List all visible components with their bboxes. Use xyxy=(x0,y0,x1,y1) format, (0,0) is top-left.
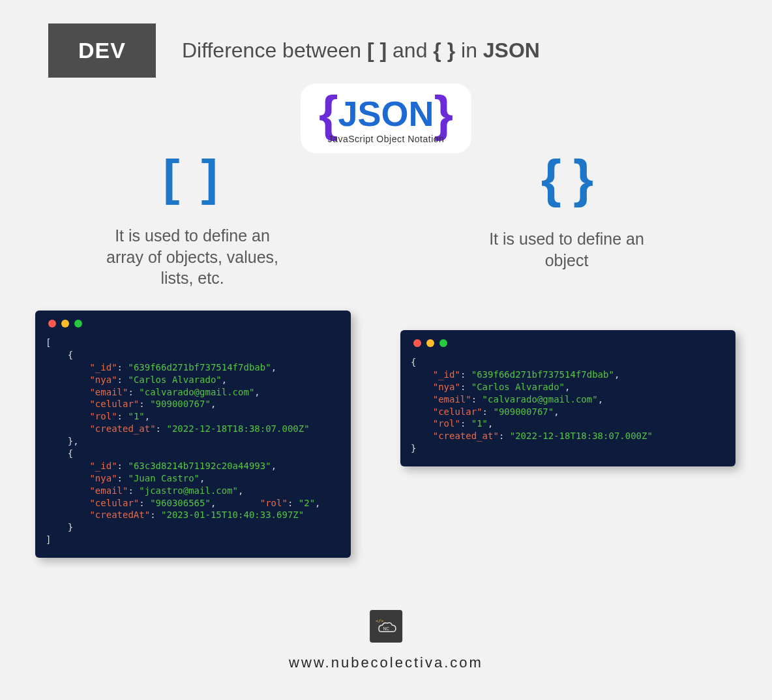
footer-url: www.nubecolectiva.com xyxy=(289,654,483,671)
svg-text:NC: NC xyxy=(383,626,389,631)
title-pre: Difference between xyxy=(182,38,367,62)
json-logo-subtitle: JavaScript Object Notation xyxy=(319,134,453,144)
column-brackets: [ ] It is used to define an array of obj… xyxy=(39,149,346,289)
close-dot-icon xyxy=(413,339,421,347)
maximize-dot-icon xyxy=(439,339,447,347)
code-array-content: [ { "_id": "639f66d271bf737514f7dbab", "… xyxy=(46,337,340,546)
window-dots xyxy=(411,339,725,347)
footer-logo-icon: </> NC xyxy=(370,610,402,643)
header: DEV Difference between [ ] and { } in JS… xyxy=(0,0,772,78)
title-json: JSON xyxy=(483,38,540,62)
close-dot-icon xyxy=(48,320,56,327)
svg-text:</>: </> xyxy=(376,618,383,624)
maximize-dot-icon xyxy=(74,320,82,327)
json-logo-brace-open: { xyxy=(319,94,338,134)
braces-description: It is used to define an object xyxy=(475,228,658,271)
code-example-object: { "_id": "639f66d271bf737514f7dbab", "ny… xyxy=(400,330,735,466)
minimize-dot-icon xyxy=(426,339,434,347)
footer: </> NC www.nubecolectiva.com xyxy=(289,610,483,671)
page-title: Difference between [ ] and { } in JSON xyxy=(182,38,540,63)
window-dots xyxy=(46,320,340,327)
title-braces: { } xyxy=(433,38,455,62)
columns: [ ] It is used to define an array of obj… xyxy=(0,149,772,289)
dev-badge: DEV xyxy=(48,23,156,78)
column-braces: { } It is used to define an object xyxy=(400,149,733,289)
brackets-symbol: [ ] xyxy=(163,149,222,205)
code-object-content: { "_id": "639f66d271bf737514f7dbab", "ny… xyxy=(411,356,725,455)
brackets-description: It is used to define an array of objects… xyxy=(101,225,284,289)
braces-symbol: { } xyxy=(541,149,593,209)
title-in: in xyxy=(455,38,483,62)
json-logo: { JSON } JavaScript Object Notation xyxy=(304,87,468,149)
json-logo-text: JSON xyxy=(338,96,434,131)
title-mid: and xyxy=(387,38,433,62)
code-example-array: [ { "_id": "639f66d271bf737514f7dbab", "… xyxy=(35,311,351,558)
title-brackets: [ ] xyxy=(367,38,387,62)
json-logo-brace-close: } xyxy=(434,94,454,134)
minimize-dot-icon xyxy=(61,320,69,327)
